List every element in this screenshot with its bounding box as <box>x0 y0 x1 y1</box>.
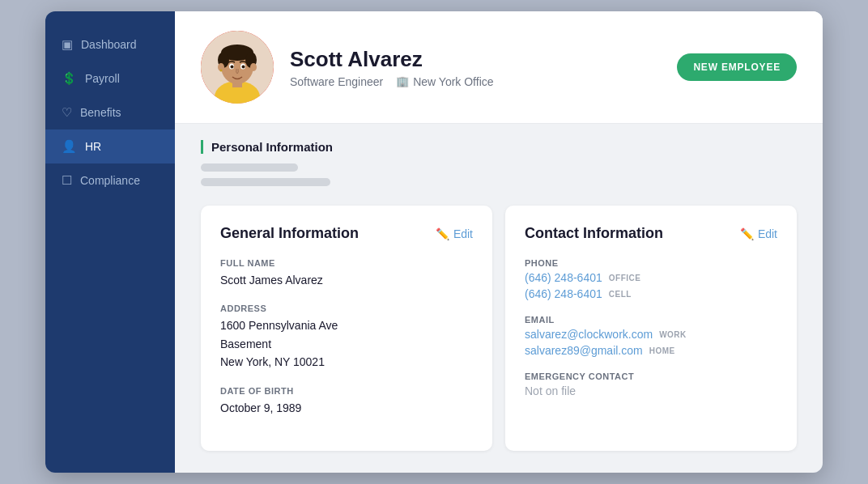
sidebar-item-dashboard[interactable]: ▣ Dashboard <box>45 28 175 62</box>
office-name: New York Office <box>413 75 493 88</box>
contact-info-header: Contact Information ✏️ Edit <box>525 225 777 242</box>
address-value: 1600 Pennsylvania Ave Basement New York,… <box>220 316 473 371</box>
address-line3: New York, NY 10021 <box>220 353 473 371</box>
full-name-field: FULL NAME Scott James Alvarez <box>220 258 473 289</box>
phone-cell-tag: CELL <box>609 290 632 299</box>
phone-label: PHONE <box>525 258 777 268</box>
sidebar-item-hr[interactable]: 👤 HR <box>45 129 175 163</box>
sidebar: ▣ Dashboard 💲 Payroll ♡ Benefits 👤 HR ☐ … <box>45 11 175 473</box>
email-home-address[interactable]: salvarez89@gmail.com <box>525 344 643 357</box>
phone-office-row: (646) 248-6401 OFFICE <box>525 271 777 284</box>
dashboard-icon: ▣ <box>62 37 73 52</box>
sidebar-label-hr: HR <box>85 140 101 153</box>
building-icon: 🏢 <box>396 75 409 87</box>
full-name-value: Scott James Alvarez <box>220 271 473 289</box>
email-work-address[interactable]: salvarez@clockwork.com <box>525 328 653 341</box>
sidebar-label-dashboard: Dashboard <box>81 38 137 51</box>
profile-office: 🏢 New York Office <box>396 75 493 88</box>
profile-meta: Software Engineer 🏢 New York Office <box>290 75 661 88</box>
emergency-value: Not on file <box>525 384 777 397</box>
svg-point-10 <box>242 66 245 69</box>
general-edit-label: Edit <box>453 227 473 240</box>
address-line1: 1600 Pennsylvania Ave <box>220 316 473 334</box>
sidebar-label-payroll: Payroll <box>85 72 120 85</box>
loading-bar-1 <box>201 163 298 172</box>
phone-cell-row: (646) 248-6401 CELL <box>525 287 777 300</box>
address-label: ADDRESS <box>220 304 473 313</box>
profile-name: Scott Alvarez <box>290 47 661 72</box>
svg-point-12 <box>250 63 257 71</box>
pencil-icon: ✏️ <box>436 227 449 240</box>
profile-title: Software Engineer <box>290 75 383 88</box>
contact-info-edit-button[interactable]: ✏️ Edit <box>740 227 777 240</box>
sidebar-item-compliance[interactable]: ☐ Compliance <box>45 163 175 197</box>
svg-point-9 <box>231 66 234 69</box>
compliance-icon: ☐ <box>62 173 72 188</box>
hr-icon: 👤 <box>62 139 77 154</box>
contact-edit-label: Edit <box>758 227 777 240</box>
address-line2: Basement <box>220 335 473 353</box>
payroll-icon: 💲 <box>62 71 77 86</box>
section-title-personal: Personal Information <box>201 140 797 154</box>
email-work-row: salvarez@clockwork.com WORK <box>525 328 777 341</box>
avatar <box>201 31 274 104</box>
general-info-card: General Information ✏️ Edit FULL NAME Sc… <box>201 206 492 451</box>
emergency-label: EMERGENCY CONTACT <box>525 371 777 381</box>
app-container: ▣ Dashboard 💲 Payroll ♡ Benefits 👤 HR ☐ … <box>45 11 823 473</box>
contact-info-card: Contact Information ✏️ Edit PHONE (646) … <box>505 206 797 451</box>
email-label: EMAIL <box>525 315 777 325</box>
email-home-row: salvarez89@gmail.com HOME <box>525 344 777 357</box>
dob-value: October 9, 1989 <box>220 399 473 417</box>
emergency-field: EMERGENCY CONTACT Not on file <box>525 371 777 397</box>
sidebar-item-benefits[interactable]: ♡ Benefits <box>45 96 175 129</box>
email-field: EMAIL salvarez@clockwork.com WORK salvar… <box>525 315 777 357</box>
benefits-icon: ♡ <box>62 105 72 120</box>
email-home-tag: HOME <box>649 346 675 355</box>
full-name-label: FULL NAME <box>220 258 473 268</box>
address-field: ADDRESS 1600 Pennsylvania Ave Basement N… <box>220 304 473 371</box>
loading-bar-2 <box>201 178 330 186</box>
email-work-tag: WORK <box>659 330 687 339</box>
cards-row: General Information ✏️ Edit FULL NAME Sc… <box>175 199 823 470</box>
contact-info-title: Contact Information <box>525 225 663 242</box>
sidebar-item-payroll[interactable]: 💲 Payroll <box>45 62 175 96</box>
dob-field: DATE OF BIRTH October 9, 1989 <box>220 386 473 417</box>
new-employee-button[interactable]: NEW EMPLOYEE <box>677 53 797 81</box>
main-content: Scott Alvarez Software Engineer 🏢 New Yo… <box>175 11 823 473</box>
sidebar-label-benefits: Benefits <box>80 106 121 119</box>
general-info-edit-button[interactable]: ✏️ Edit <box>436 227 473 240</box>
dob-label: DATE OF BIRTH <box>220 386 473 396</box>
sidebar-label-compliance: Compliance <box>80 174 140 187</box>
general-info-header: General Information ✏️ Edit <box>220 225 473 242</box>
personal-info-section: Personal Information <box>175 124 823 199</box>
phone-field: PHONE (646) 248-6401 OFFICE (646) 248-64… <box>525 258 777 300</box>
profile-header: Scott Alvarez Software Engineer 🏢 New Yo… <box>175 11 823 124</box>
profile-info: Scott Alvarez Software Engineer 🏢 New Yo… <box>290 47 661 88</box>
pencil-icon-2: ✏️ <box>740 227 754 240</box>
phone-office-tag: OFFICE <box>609 274 641 282</box>
general-info-title: General Information <box>220 225 359 242</box>
phone-cell-number[interactable]: (646) 248-6401 <box>525 287 602 300</box>
svg-point-13 <box>220 70 223 72</box>
phone-office-number[interactable]: (646) 248-6401 <box>525 271 602 284</box>
